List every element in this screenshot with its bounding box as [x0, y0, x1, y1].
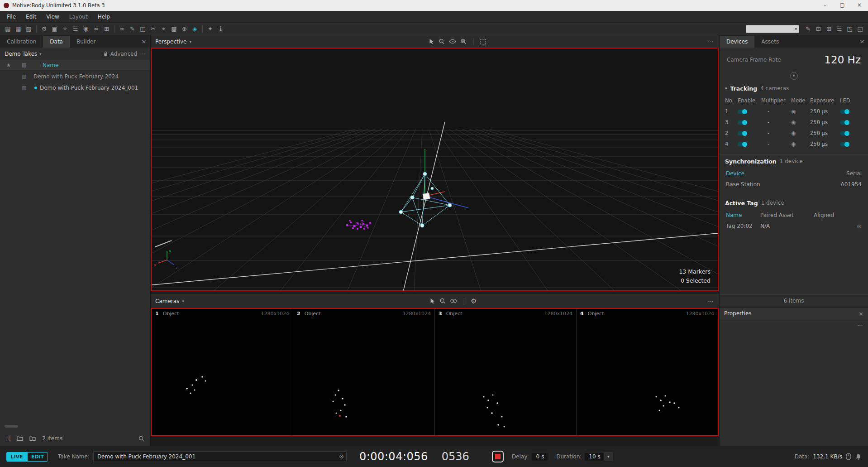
- zoom-icon[interactable]: [439, 39, 444, 44]
- close-button[interactable]: ×: [851, 0, 868, 11]
- multiplier-value[interactable]: -: [761, 130, 791, 136]
- layers-icon[interactable]: ☰: [71, 24, 80, 34]
- camera-cell[interactable]: 2 Object 1280x1024: [293, 309, 435, 435]
- search-icon[interactable]: [138, 436, 144, 442]
- graph-icon[interactable]: ◫: [138, 24, 148, 34]
- delay-input[interactable]: 0 s: [532, 452, 548, 461]
- multiplier-value[interactable]: -: [761, 119, 791, 125]
- edit-layout-icon[interactable]: ✎: [803, 24, 813, 34]
- export-icon[interactable]: ▧: [24, 24, 33, 34]
- list-view-icon[interactable]: ☰: [835, 24, 844, 34]
- cameras-view-selector[interactable]: Cameras ▾: [155, 298, 184, 304]
- viewport-layout-icon[interactable]: ⊡: [814, 24, 823, 34]
- star-icon[interactable]: ★: [0, 62, 17, 68]
- zoom-lock-icon[interactable]: [460, 39, 466, 44]
- exposure-value[interactable]: 250 µs: [810, 108, 840, 115]
- active-tag-section-title[interactable]: Active Tag: [725, 200, 758, 207]
- mode-icon[interactable]: ◉: [791, 119, 796, 125]
- record-stop-button[interactable]: [492, 451, 504, 462]
- menu-view[interactable]: View: [41, 11, 64, 23]
- properties-menu-icon[interactable]: ⋯: [857, 322, 863, 328]
- sync-device-row[interactable]: Base Station A01954: [720, 179, 868, 190]
- probe-icon[interactable]: ◈: [190, 24, 200, 34]
- enable-toggle[interactable]: [738, 120, 747, 125]
- close-icon[interactable]: ×: [858, 310, 863, 317]
- camera-cell[interactable]: 1 Object 1280x1024: [152, 309, 293, 435]
- active-tag-row[interactable]: Tag 20:02 N/A ⊗: [720, 221, 868, 231]
- menu-edit[interactable]: Edit: [21, 11, 41, 23]
- sparkle-icon[interactable]: ✦: [205, 24, 215, 34]
- region-select-icon[interactable]: [480, 39, 486, 44]
- link-icon[interactable]: ∞: [117, 24, 127, 34]
- duration-dropdown-icon[interactable]: ▾: [605, 452, 613, 461]
- close-icon[interactable]: ×: [138, 36, 150, 48]
- take-row[interactable]: ▥ Demo with Puck February 2024_001: [0, 82, 150, 93]
- multiplier-value[interactable]: -: [761, 141, 791, 147]
- close-icon[interactable]: ×: [856, 36, 868, 48]
- advanced-label[interactable]: Advanced: [110, 51, 137, 57]
- exposure-value[interactable]: 250 µs: [810, 130, 840, 136]
- select-cursor-icon[interactable]: [429, 39, 434, 44]
- gear-icon[interactable]: ⚙: [471, 297, 477, 305]
- takes-section-title[interactable]: Demo Takes: [5, 51, 37, 57]
- new-layout-icon[interactable]: ◱: [855, 24, 865, 34]
- name-column-header[interactable]: Name: [31, 62, 58, 68]
- visibility-eye-icon[interactable]: [449, 39, 456, 44]
- camera-view-icon[interactable]: ▣: [50, 24, 59, 34]
- open-take-icon[interactable]: ▤: [3, 24, 13, 34]
- minimize-button[interactable]: –: [816, 0, 834, 11]
- mode-icon[interactable]: ◉: [791, 141, 796, 147]
- tab-builder[interactable]: Builder: [70, 36, 102, 48]
- tracking-section-title[interactable]: Tracking: [730, 85, 758, 92]
- duration-input[interactable]: 10 s: [585, 452, 604, 461]
- visibility-eye-icon[interactable]: [450, 298, 457, 303]
- trajectory-icon[interactable]: ≈: [91, 24, 101, 34]
- live-mode-button[interactable]: LIVE: [6, 452, 27, 462]
- enable-toggle[interactable]: [738, 110, 747, 114]
- perspective-viewport[interactable]: y x z: [151, 48, 719, 291]
- take-name-input[interactable]: [93, 451, 347, 462]
- enable-toggle[interactable]: [738, 142, 747, 146]
- camera-cell[interactable]: 3 Object 1280x1024: [435, 309, 577, 435]
- select-cursor-icon[interactable]: [430, 298, 435, 304]
- folder-icon[interactable]: [17, 436, 23, 441]
- save-take-icon[interactable]: ▦: [14, 24, 23, 34]
- split-view-icon[interactable]: ⊞: [824, 24, 834, 34]
- perspective-view-selector[interactable]: Perspective ▾: [155, 39, 191, 45]
- led-toggle[interactable]: [840, 142, 849, 146]
- led-toggle[interactable]: [840, 110, 849, 114]
- markers-icon[interactable]: ◉: [81, 24, 91, 34]
- mesh-icon[interactable]: ▩: [169, 24, 179, 34]
- tab-devices[interactable]: Devices: [720, 36, 754, 48]
- led-toggle[interactable]: [840, 120, 849, 125]
- tab-data[interactable]: Data: [43, 36, 70, 48]
- export-layout-icon[interactable]: ◳: [845, 24, 854, 34]
- exposure-value[interactable]: 250 µs: [810, 119, 840, 125]
- tab-assets[interactable]: Assets: [754, 36, 786, 48]
- panel-layout-icon[interactable]: ◫: [5, 435, 10, 442]
- notifications-bell-icon[interactable]: [855, 453, 862, 460]
- tab-calibration[interactable]: Calibration: [0, 36, 43, 48]
- mode-icon[interactable]: ◉: [791, 108, 796, 115]
- chevron-down-icon[interactable]: ▾: [725, 86, 727, 91]
- perspective-menu-icon[interactable]: ⋯: [708, 39, 714, 45]
- new-folder-icon[interactable]: [29, 436, 36, 441]
- axes-icon[interactable]: ⊕: [180, 24, 189, 34]
- mouse-status-icon[interactable]: [846, 453, 851, 460]
- labeling-icon[interactable]: ⊞: [102, 24, 111, 34]
- exposure-value[interactable]: 250 µs: [810, 141, 840, 147]
- multiplier-value[interactable]: -: [761, 108, 791, 115]
- wand-icon[interactable]: ✧: [60, 24, 70, 34]
- toolbar-dropdown[interactable]: ▾: [746, 25, 799, 33]
- info-icon[interactable]: ℹ: [216, 24, 225, 34]
- frame-rate-value[interactable]: 120 Hz: [824, 54, 861, 66]
- maximize-button[interactable]: ▢: [834, 0, 851, 11]
- settings-icon[interactable]: ⚙: [39, 24, 49, 34]
- led-toggle[interactable]: [840, 131, 849, 135]
- scissors-icon[interactable]: ✂: [148, 24, 158, 34]
- refine-icon[interactable]: ⌖: [159, 24, 168, 34]
- camera-cell[interactable]: 4 Object 1280x1024: [577, 309, 718, 435]
- menu-help[interactable]: Help: [93, 11, 115, 23]
- chevron-down-icon[interactable]: ▾: [39, 52, 42, 56]
- menu-file[interactable]: File: [2, 11, 21, 23]
